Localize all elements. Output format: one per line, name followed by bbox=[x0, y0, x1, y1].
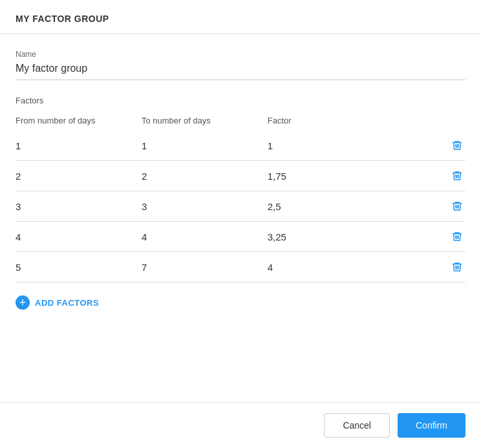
add-circle-icon: + bbox=[16, 295, 30, 310]
cell-to: 1 bbox=[142, 131, 268, 161]
col-header-from: From number of days bbox=[16, 112, 142, 131]
cell-to: 2 bbox=[142, 161, 268, 191]
factors-table: From number of days To number of days Fa… bbox=[16, 112, 465, 283]
col-header-factor: Factor bbox=[268, 112, 394, 131]
factors-label: Factors bbox=[16, 96, 465, 105]
delete-row-button[interactable] bbox=[449, 167, 465, 184]
table-row: 443,25 bbox=[16, 222, 465, 252]
name-field-group: Name My factor group bbox=[16, 50, 465, 80]
cell-factor: 1,75 bbox=[268, 161, 394, 191]
cell-delete bbox=[394, 161, 465, 191]
cell-to: 3 bbox=[142, 191, 268, 222]
cell-factor: 2,5 bbox=[268, 191, 394, 222]
trash-icon bbox=[451, 261, 463, 273]
cell-from: 3 bbox=[16, 191, 142, 222]
cell-delete bbox=[394, 222, 465, 252]
cancel-button[interactable]: Cancel bbox=[324, 413, 390, 438]
cell-from: 1 bbox=[16, 131, 142, 161]
trash-icon bbox=[451, 170, 463, 182]
col-header-to: To number of days bbox=[142, 112, 268, 131]
dialog: MY FACTOR GROUP Name My factor group Fac… bbox=[0, 0, 481, 448]
table-row: 221,75 bbox=[16, 161, 465, 191]
delete-row-button[interactable] bbox=[449, 198, 465, 215]
cell-from: 2 bbox=[16, 161, 142, 191]
cell-from: 5 bbox=[16, 252, 142, 283]
cell-factor: 1 bbox=[268, 131, 394, 161]
confirm-button[interactable]: Confirm bbox=[398, 413, 465, 438]
dialog-footer: Cancel Confirm bbox=[0, 402, 481, 448]
delete-row-button[interactable] bbox=[449, 137, 465, 154]
trash-icon bbox=[451, 140, 463, 151]
cell-factor: 4 bbox=[268, 252, 394, 283]
table-row: 111 bbox=[16, 131, 465, 161]
cell-to: 7 bbox=[142, 252, 268, 283]
table-row: 574 bbox=[16, 252, 465, 283]
trash-icon bbox=[451, 200, 463, 212]
cell-delete bbox=[394, 191, 465, 222]
col-header-delete bbox=[394, 112, 465, 131]
cell-to: 4 bbox=[142, 222, 268, 252]
cell-delete bbox=[394, 131, 465, 161]
cell-from: 4 bbox=[16, 222, 142, 252]
trash-icon bbox=[451, 231, 463, 242]
cell-delete bbox=[394, 252, 465, 283]
delete-row-button[interactable] bbox=[449, 228, 465, 245]
add-factors-button[interactable]: + ADD FACTORS bbox=[16, 295, 465, 310]
add-factors-label: ADD FACTORS bbox=[35, 298, 99, 308]
dialog-body: Name My factor group Factors From number… bbox=[0, 34, 481, 387]
name-value: My factor group bbox=[16, 63, 465, 80]
table-row: 332,5 bbox=[16, 191, 465, 222]
name-label: Name bbox=[16, 50, 465, 59]
dialog-header: MY FACTOR GROUP bbox=[0, 0, 481, 34]
dialog-title: MY FACTOR GROUP bbox=[16, 14, 109, 24]
delete-row-button[interactable] bbox=[449, 259, 465, 275]
cell-factor: 3,25 bbox=[268, 222, 394, 252]
